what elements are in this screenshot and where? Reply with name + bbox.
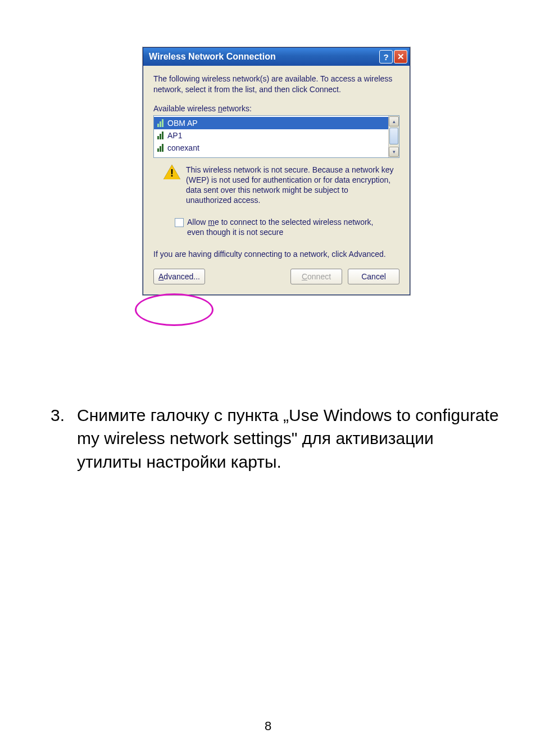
list-item[interactable]: conexant: [154, 142, 389, 154]
signal-icon: [157, 132, 164, 139]
warning-icon: !: [163, 165, 180, 180]
dialog-title: Wireless Network Connection: [149, 52, 276, 62]
scroll-up-icon[interactable]: ▴: [389, 116, 399, 126]
available-label: Available wireless networks:: [153, 104, 399, 113]
signal-icon: [157, 119, 164, 127]
intro-text: The following wireless network(s) are av…: [153, 74, 399, 95]
network-listbox[interactable]: OBM AP AP1 conexant ▴ ▾: [153, 115, 399, 158]
annotation-oval: [135, 293, 214, 326]
scroll-thumb[interactable]: [389, 128, 398, 144]
button-row: Advanced... Connect Cancel: [153, 269, 399, 284]
allow-label: Allow me to connect to the selected wire…: [187, 217, 388, 237]
cancel-button[interactable]: Cancel: [348, 269, 399, 284]
difficulty-text: If you are having difficulty connecting …: [153, 250, 399, 259]
allow-checkbox[interactable]: [175, 218, 184, 227]
close-icon[interactable]: ✕: [394, 50, 407, 64]
list-number: 3.: [51, 404, 65, 473]
connect-button[interactable]: Connect: [290, 269, 342, 284]
allow-row[interactable]: Allow me to connect to the selected wire…: [153, 217, 399, 237]
titlebar[interactable]: Wireless Network Connection ? ✕: [143, 48, 410, 66]
wireless-dialog: Wireless Network Connection ? ✕ The foll…: [143, 47, 410, 295]
network-name: OBM AP: [167, 119, 198, 128]
list-item[interactable]: AP1: [154, 129, 389, 142]
warning-row: ! This wireless network is not secure. B…: [153, 165, 399, 206]
warning-text: This wireless network is not secure. Bec…: [186, 165, 395, 206]
network-name: conexant: [167, 143, 199, 152]
advanced-button[interactable]: Advanced...: [153, 269, 205, 284]
signal-icon: [157, 144, 164, 152]
page-number: 8: [0, 719, 536, 734]
scrollbar[interactable]: ▴ ▾: [388, 116, 399, 157]
list-item[interactable]: OBM AP: [154, 117, 389, 129]
scroll-down-icon[interactable]: ▾: [389, 147, 399, 157]
network-name: AP1: [167, 131, 182, 140]
instruction-paragraph: 3. Снимите галочку с пункта „Use Windows…: [51, 404, 500, 473]
dialog-body: The following wireless network(s) are av…: [143, 66, 410, 295]
help-icon[interactable]: ?: [379, 50, 393, 64]
instruction-text: Снимите галочку с пункта „Use Windows to…: [77, 404, 500, 473]
